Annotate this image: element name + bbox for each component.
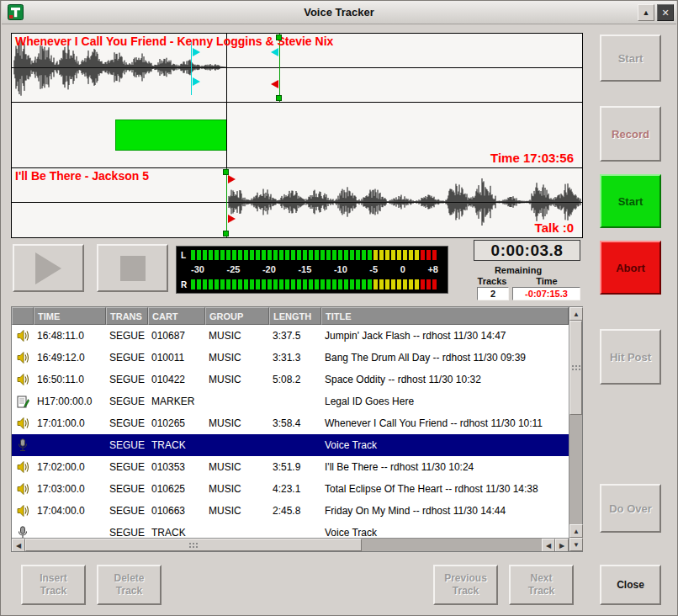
meter-scale-label: -20 (262, 264, 276, 275)
log-row[interactable]: SEGUETRACKVoice Track (12, 434, 569, 456)
track2-start-line[interactable] (226, 168, 227, 237)
meter-segment (297, 250, 301, 260)
previous-track-button[interactable]: Previous Track (433, 565, 498, 605)
start-track1-button[interactable]: Start (600, 35, 661, 82)
log-row[interactable]: 17:02:00.0SEGUE010353MUSIC3:51.9I'll Be … (12, 456, 569, 478)
meter-left-label: L (181, 251, 191, 260)
scroll-up-icon[interactable]: ▲ (569, 524, 583, 538)
meter-segment (297, 279, 301, 289)
title-cell: Space Oddity -- rdhost 11/30 10:32 (321, 374, 569, 385)
meter-segment (426, 250, 431, 260)
voice-tracker-window: Voice Tracker ▲ ✕ Whenever I Call You Fr… (0, 0, 678, 616)
meter-segment (326, 279, 331, 289)
abort-button[interactable]: Abort (600, 241, 661, 295)
close-window-icon[interactable]: ✕ (657, 4, 674, 21)
log-row[interactable]: H17:00:00.0SEGUEMARKERLegal ID Goes Here (12, 390, 569, 412)
scroll-up-icon[interactable]: ▲ (569, 307, 583, 321)
next-track-button[interactable]: Next Track (509, 565, 574, 605)
delete-track-button[interactable]: Delete Track (97, 565, 162, 605)
meter-segment (362, 250, 366, 260)
column-header-length[interactable]: LENGTH (269, 307, 321, 325)
vertical-scroll-track[interactable] (569, 415, 582, 524)
horizontal-scroll-thumb[interactable] (25, 539, 362, 551)
vertical-scroll-thumb[interactable] (569, 321, 582, 415)
meter-scale-label: +8 (427, 264, 438, 275)
start-track2-button[interactable]: Start (600, 174, 661, 228)
horizontal-scroll-track[interactable] (362, 539, 542, 551)
start-marker-handle-icon[interactable] (223, 169, 229, 175)
vertical-scrollbar[interactable]: ▲ ▲ ▼ (569, 307, 582, 551)
cart-cell: 010687 (148, 330, 205, 342)
track2-title: I'll Be There - Jackson 5 (15, 169, 149, 183)
title-cell: Voice Track (321, 439, 569, 451)
meter-segment (409, 250, 413, 260)
close-button[interactable]: Close (600, 565, 661, 605)
length-cell: 3:37.5 (269, 330, 321, 342)
meter-segment (250, 250, 254, 260)
column-header-title[interactable]: TITLE (321, 307, 569, 325)
meter-segment (250, 279, 254, 289)
meter-segment (397, 279, 401, 289)
log-row[interactable]: 16:49:12.0SEGUE010011MUSIC3:31.3Bang The… (12, 347, 569, 369)
meter-segment (203, 279, 207, 289)
meter-segment (403, 279, 407, 289)
scroll-down-icon[interactable]: ▼ (569, 538, 583, 551)
do-over-button[interactable]: Do Over (600, 484, 661, 533)
segue-marker-handle-icon[interactable] (228, 215, 236, 223)
column-header-cart[interactable]: CART (148, 307, 205, 325)
play-button[interactable] (13, 244, 84, 292)
log-row[interactable]: 16:48:11.0SEGUE010687MUSIC3:37.5Jumpin' … (12, 325, 569, 347)
record-button[interactable]: Record (600, 106, 661, 162)
voicetrack-panel[interactable]: Time 17:03:56 (12, 103, 582, 168)
insert-track-button[interactable]: Insert Track (21, 565, 86, 605)
column-header-icon[interactable] (12, 307, 34, 325)
playhead-line (226, 103, 227, 167)
fade-marker-handle-icon[interactable] (276, 95, 282, 101)
scroll-left-icon[interactable]: ◀ (12, 539, 25, 551)
talk-end-handle-icon[interactable] (271, 48, 278, 56)
column-header-time[interactable]: TIME (34, 307, 106, 325)
column-header-group[interactable]: GROUP (205, 307, 269, 325)
meter-segment (209, 279, 213, 289)
marker-icon (12, 396, 34, 408)
title-cell: Friday On My Mind -- rdhost 11/30 14:44 (321, 505, 569, 517)
time-cell: 17:04:00.0 (34, 505, 106, 517)
log-row[interactable]: 17:01:00.0SEGUE010265MUSIC3:58.4Whenever… (12, 412, 569, 434)
meter-segment (409, 279, 413, 289)
talk-marker-handle-icon[interactable] (193, 48, 200, 56)
length-cell: 5:08.2 (269, 374, 321, 385)
meter-segment (368, 250, 372, 260)
track1-waveform-panel[interactable]: Whenever I Call You Friend - Kenny Loggi… (12, 34, 582, 103)
log-row[interactable]: 17:04:00.0SEGUE010663MUSIC2:45.8Friday O… (12, 500, 569, 522)
cart-cell: MARKER (148, 396, 205, 407)
meter-segment (350, 279, 354, 289)
cart-cell: 010625 (148, 483, 205, 495)
title-cell: Bang The Drum All Day -- rdhost 11/30 09… (321, 352, 569, 364)
column-header-trans[interactable]: TRANS (106, 307, 148, 325)
log-row[interactable]: 17:03:00.0SEGUE010625MUSIC4:23.1Total Ec… (12, 478, 569, 500)
meter-segment (362, 279, 366, 289)
scroll-left-icon[interactable]: ◀ (542, 539, 555, 551)
time-cell: 17:01:00.0 (34, 417, 106, 429)
segue-marker-handle-icon[interactable] (271, 80, 278, 88)
track2-waveform-panel[interactable]: I'll Be There - Jackson 5 Talk :0 (12, 168, 582, 237)
voicetrack-region[interactable] (115, 119, 227, 151)
talk-marker-handle-icon[interactable] (193, 77, 200, 86)
log-row[interactable]: SEGUETRACKVoice Track (12, 522, 569, 538)
horizontal-scrollbar[interactable]: ◀ ◀ ▶ (12, 538, 569, 551)
cart-cell: 010265 (148, 417, 205, 429)
start-marker-handle-icon[interactable] (223, 231, 229, 236)
meter-segment (244, 250, 248, 260)
scroll-right-icon[interactable]: ▶ (555, 539, 569, 551)
meter-segment (291, 250, 295, 260)
log-row[interactable]: 16:50:11.0SEGUE010422MUSIC5:08.2Space Od… (12, 369, 569, 390)
shade-icon[interactable]: ▲ (638, 4, 654, 21)
stop-button[interactable] (97, 244, 168, 292)
fade-marker-handle-icon[interactable] (276, 35, 282, 40)
hit-post-button[interactable]: Hit Post (600, 329, 661, 385)
segue-marker-handle-icon[interactable] (228, 175, 236, 183)
meter-scale-label: -15 (298, 264, 311, 275)
microphone-icon (12, 526, 34, 538)
meter-segment (220, 279, 225, 289)
talk-marker-line[interactable] (191, 40, 192, 95)
